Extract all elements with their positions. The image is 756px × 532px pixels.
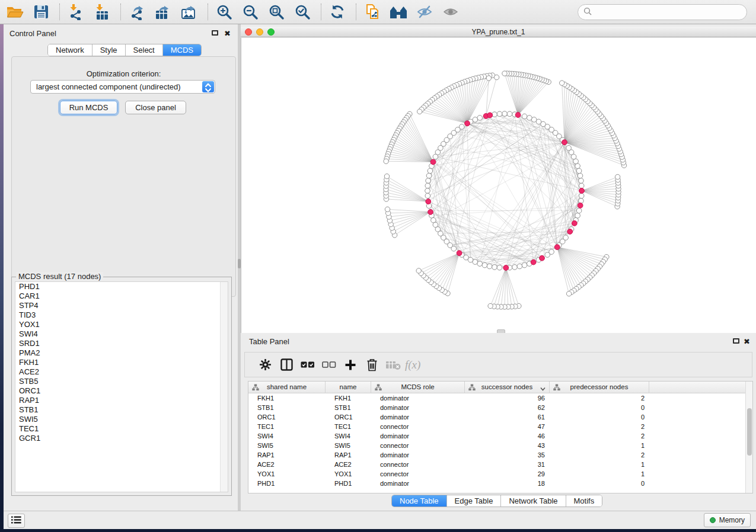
zoom-selected-icon[interactable] xyxy=(292,3,312,21)
table-scrollbar[interactable] xyxy=(745,382,752,493)
first-neighbors-icon[interactable] xyxy=(388,3,409,21)
graph-hub-node[interactable] xyxy=(430,159,436,165)
mcds-result-item[interactable]: ORC1 xyxy=(15,386,228,396)
control-panel-title: Control Panel xyxy=(9,29,56,38)
graph-hub-node[interactable] xyxy=(515,113,521,118)
table-row[interactable]: YOX1YOX1connector291 xyxy=(248,469,745,479)
zoom-out-icon[interactable] xyxy=(240,3,260,21)
criterion-dropdown[interactable]: largest connected component (undirected) xyxy=(30,80,215,94)
search-box[interactable] xyxy=(578,4,747,20)
mcds-result-item[interactable]: ACE2 xyxy=(15,367,228,377)
table-tab-edge-table[interactable]: Edge Table xyxy=(447,495,502,507)
tab-select[interactable]: Select xyxy=(126,44,163,56)
search-input[interactable] xyxy=(592,8,734,17)
save-session-icon[interactable] xyxy=(31,3,51,21)
mcds-result-item[interactable]: YOX1 xyxy=(15,320,228,329)
apply-layout-icon[interactable] xyxy=(327,3,347,21)
export-image-icon[interactable] xyxy=(179,3,199,21)
cell-shared-name: TEC1 xyxy=(248,422,326,431)
mcds-result-item[interactable]: GCR1 xyxy=(15,434,228,443)
graph-hub-node[interactable] xyxy=(426,199,431,204)
graph-hub-node[interactable] xyxy=(487,113,493,118)
table-row[interactable]: ACE2ACE2connector311 xyxy=(248,460,745,469)
table-tab-network-table[interactable]: Network Table xyxy=(501,495,566,507)
graph-hub-node[interactable] xyxy=(554,245,560,250)
graph-hub-node[interactable] xyxy=(578,203,583,208)
hide-selected-icon[interactable] xyxy=(414,3,435,21)
graph-hub-node[interactable] xyxy=(572,221,577,226)
table-panel-title: Table Panel xyxy=(249,337,289,346)
table-row[interactable]: SWI4SWI4dominator462 xyxy=(248,431,745,441)
graph-hub-node[interactable] xyxy=(503,265,509,271)
graph-hub-node[interactable] xyxy=(465,121,470,126)
table-row[interactable]: ORC1ORC1dominator610 xyxy=(248,412,745,422)
graph-hub-node[interactable] xyxy=(457,251,462,256)
mcds-result-item[interactable]: STB5 xyxy=(15,377,228,386)
cell-shared-name: SWI5 xyxy=(248,441,326,450)
column-header-successor-nodes[interactable]: successor nodes xyxy=(465,382,550,393)
mcds-result-item[interactable]: RAP1 xyxy=(15,396,228,405)
graph-hub-node[interactable] xyxy=(579,188,585,194)
table-scrollbar-thumb[interactable] xyxy=(747,408,752,456)
column-header-MCDS-role[interactable]: MCDS role xyxy=(371,382,465,393)
mcds-result-list[interactable]: PHD1CAR1STP4TID3YOX1SWI4SRD1PMA2FKH1ACE2… xyxy=(15,281,228,492)
delete-column-icon[interactable] xyxy=(361,356,382,374)
mcds-result-item[interactable]: SWI5 xyxy=(15,415,228,424)
zoom-in-icon[interactable] xyxy=(214,3,234,21)
graph-hub-node[interactable] xyxy=(562,140,567,145)
float-panel-icon[interactable] xyxy=(212,30,218,36)
close-panel-icon[interactable]: ✖ xyxy=(224,30,231,37)
graph-hub-node[interactable] xyxy=(531,259,536,265)
close-table-panel-icon[interactable]: ✖ xyxy=(744,338,750,345)
column-header-shared-name[interactable]: shared name xyxy=(248,382,326,393)
export-table-icon[interactable] xyxy=(153,3,173,21)
mcds-result-item[interactable]: TEC1 xyxy=(15,424,228,434)
cell-successor-nodes: 31 xyxy=(465,460,550,469)
table-row[interactable]: PHD1PHD1dominator180 xyxy=(248,479,745,488)
network-titlebar[interactable]: YPA_prune.txt_1 xyxy=(241,27,756,37)
mcds-result-item[interactable]: CAR1 xyxy=(15,291,228,301)
table-row[interactable]: FKH1FKH1dominator962 xyxy=(248,393,745,403)
mcds-result-item[interactable]: FKH1 xyxy=(15,358,228,367)
mcds-result-item[interactable]: SRD1 xyxy=(15,339,228,348)
table-row[interactable]: SWI5SWI5connector431 xyxy=(248,441,745,450)
table-settings-icon[interactable] xyxy=(254,356,276,374)
table-row[interactable]: TEC1TEC1connector472 xyxy=(248,422,745,431)
memory-button[interactable]: Memory xyxy=(704,513,751,527)
import-table-icon[interactable] xyxy=(92,3,112,21)
network-canvas[interactable] xyxy=(241,38,756,333)
table-row[interactable]: RAP1RAP1dominator352 xyxy=(248,450,745,460)
table-row[interactable]: STB1STB1dominator620 xyxy=(248,403,745,412)
mcds-result-item[interactable]: TID3 xyxy=(15,310,228,320)
column-header-name[interactable]: name xyxy=(326,382,371,393)
graph-hub-node[interactable] xyxy=(540,255,545,261)
close-panel-button[interactable]: Close panel xyxy=(125,101,186,114)
table-tab-node-table[interactable]: Node Table xyxy=(392,495,447,507)
tab-network[interactable]: Network xyxy=(48,44,92,56)
graph-hub-node[interactable] xyxy=(567,229,573,235)
run-mcds-button[interactable]: Run MCDS xyxy=(60,101,117,114)
tab-mcds[interactable]: MCDS xyxy=(163,44,201,56)
mcds-result-item[interactable]: STB1 xyxy=(15,405,228,415)
zoom-fit-icon[interactable] xyxy=(266,3,286,21)
automation-panel-button[interactable] xyxy=(8,514,25,528)
import-network-icon[interactable] xyxy=(66,3,86,21)
column-header-predecessor-nodes[interactable]: predecessor nodes xyxy=(550,382,649,393)
duplicate-network-icon[interactable] xyxy=(362,3,382,21)
cell-predecessor-nodes: 0 xyxy=(550,479,649,488)
export-network-icon[interactable] xyxy=(127,3,147,21)
hide-all-columns-icon[interactable] xyxy=(318,356,340,374)
mcds-list-scrollbar[interactable] xyxy=(220,282,228,492)
mcds-result-item[interactable]: PHD1 xyxy=(15,282,228,291)
float-table-panel-icon[interactable] xyxy=(733,338,739,344)
graph-hub-node[interactable] xyxy=(428,209,433,214)
tab-style[interactable]: Style xyxy=(92,44,126,56)
show-all-columns-icon[interactable] xyxy=(297,356,318,374)
open-session-icon[interactable] xyxy=(5,3,25,21)
add-column-icon[interactable] xyxy=(340,356,361,374)
toggle-panel-layout-icon[interactable] xyxy=(276,356,297,374)
table-tab-motifs[interactable]: Motifs xyxy=(566,495,602,507)
mcds-result-item[interactable]: PMA2 xyxy=(15,348,228,358)
mcds-result-item[interactable]: STP4 xyxy=(15,301,228,310)
mcds-result-item[interactable]: SWI4 xyxy=(15,329,228,339)
